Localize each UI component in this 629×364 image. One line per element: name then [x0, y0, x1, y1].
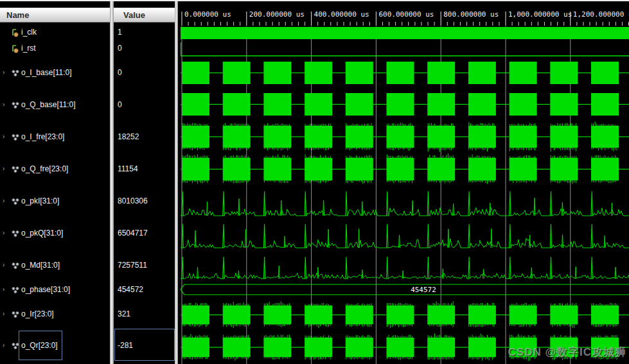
wave-o_I_fre[interactable]	[181, 122, 629, 152]
expand-chevron-icon[interactable]: ›	[3, 338, 10, 352]
panel-wave-splitter[interactable]	[175, 0, 178, 364]
signal-value-o_I_base-11-0-[interactable]: 0	[114, 65, 175, 80]
signal-value-o_pkI-31-0-[interactable]: 8010306	[114, 194, 175, 208]
signal-value-o_Md-31-0-[interactable]: 7257511	[114, 258, 175, 272]
wave-o_Q_fre[interactable]	[181, 153, 629, 184]
time-tick-label: 1,200.000000 us	[573, 10, 629, 19]
selected-name-outline	[19, 331, 62, 360]
signal-value-o_Ir-23-0-[interactable]: 321	[114, 307, 175, 321]
expand-chevron-icon[interactable]: ›	[3, 282, 10, 297]
bus-signal-icon	[11, 164, 20, 173]
bus-signal-icon	[11, 285, 20, 294]
expand-chevron-icon[interactable]: ›	[3, 226, 10, 240]
time-tick-label: 1,000.000000 us	[508, 10, 572, 19]
time-tick-label: 600.000000 us	[378, 10, 434, 19]
bus-value-label: 454572	[411, 286, 436, 294]
signal-value-o_Q_fre-23-0-[interactable]: 11154	[114, 162, 175, 176]
signal-name-label: o_Q_fre[23:0]	[21, 162, 68, 176]
signal-row-o_pkQ-31-0-[interactable]: ›o_pkQ[31:0]	[0, 226, 110, 240]
signal-row-o_Md-31-0-[interactable]: ›o_Md[31:0]	[0, 258, 110, 272]
time-tick-label: 800.000000 us	[443, 10, 499, 19]
signal-row-o_I_fre-23-0-[interactable]: ›o_I_fre[23:0]	[0, 130, 110, 144]
signal-panel-header: Name Value	[0, 8, 178, 22]
signal-name-label: o_pkI[31:0]	[21, 194, 59, 208]
bus-signal-icon	[11, 196, 20, 205]
name-column-header[interactable]: Name	[6, 10, 29, 20]
signal-row-i_clk[interactable]: i_clk	[0, 25, 110, 39]
wave-i_clk[interactable]	[181, 27, 629, 39]
bus-signal-icon	[11, 261, 20, 270]
waveform-area[interactable]: 0.000000 us200.000000 us400.000000 us600…	[181, 0, 629, 364]
name-value-column-splitter[interactable]	[110, 0, 114, 364]
wave-o_I_base[interactable]	[181, 62, 629, 84]
signal-name-label: i_rst	[21, 41, 36, 55]
signal-name-label: o_Ir[23:0]	[21, 307, 54, 321]
signal-name-label: o_pkQ[31:0]	[21, 226, 63, 240]
time-tick-label: 200.000000 us	[249, 10, 305, 19]
expand-chevron-icon[interactable]: ›	[3, 258, 10, 272]
value-column-header[interactable]: Value	[123, 10, 145, 20]
signal-name-label: o_I_base[11:0]	[21, 65, 72, 80]
bus-signal-icon	[11, 132, 20, 141]
bit-signal-icon	[11, 44, 20, 53]
expand-chevron-icon[interactable]: ›	[3, 130, 10, 144]
signal-row-o_Q_base-11-0-[interactable]: ›o_Q_base[11:0]	[0, 98, 110, 112]
signal-name-label: o_Q_base[11:0]	[21, 98, 76, 112]
signal-name-label: i_clk	[21, 25, 37, 39]
expand-chevron-icon[interactable]: ›	[3, 194, 10, 208]
waveform-viewer-window: Name Value i_clki_rst›o_I_base[11:0]›o_Q…	[0, 0, 629, 364]
expand-chevron-icon[interactable]: ›	[3, 307, 10, 321]
csdn-watermark: CSDN @数字IC攻城狮	[508, 345, 626, 360]
bus-signal-icon	[11, 68, 20, 77]
time-tick-label: 0.000000 us	[184, 10, 231, 19]
expand-chevron-icon[interactable]: ›	[3, 162, 10, 176]
signal-value-o_I_fre-23-0-[interactable]: 18252	[114, 130, 175, 144]
signal-name-label: o_Md[31:0]	[21, 258, 60, 272]
signal-name-label: o_I_fre[23:0]	[21, 130, 64, 144]
signal-row-o_I_base-11-0-[interactable]: ›o_I_base[11:0]	[0, 65, 110, 80]
selected-value-outline	[114, 329, 175, 361]
signal-row-o_Q_fre-23-0-[interactable]: ›o_Q_fre[23:0]	[0, 162, 110, 176]
bus-signal-icon	[11, 309, 20, 318]
waveform-canvas[interactable]: 0.000000 us200.000000 us400.000000 us600…	[181, 0, 629, 364]
signal-value-o_phase-31-0-[interactable]: 454572	[114, 282, 175, 297]
time-tick-label: 400.000000 us	[314, 10, 369, 19]
signal-value-o_Q_base-11-0-[interactable]: 0	[114, 98, 175, 112]
signal-value-i_rst[interactable]: 0	[114, 41, 175, 55]
expand-chevron-icon[interactable]: ›	[3, 65, 10, 80]
signal-row-o_phase-31-0-[interactable]: ›o_phase[31:0]	[0, 282, 110, 297]
expand-chevron-icon[interactable]: ›	[3, 98, 10, 112]
signal-row-o_pkI-31-0-[interactable]: ›o_pkI[31:0]	[0, 194, 110, 208]
bus-signal-icon	[11, 229, 20, 238]
signal-value-o_pkQ-31-0-[interactable]: 6504717	[114, 226, 175, 240]
signal-name-label: o_phase[31:0]	[21, 282, 70, 297]
signal-row-o_Ir-23-0-[interactable]: ›o_Ir[23:0]	[0, 307, 110, 321]
bit-signal-icon	[11, 28, 20, 37]
window-top-edge	[0, 0, 629, 1]
wave-o_Q_base[interactable]	[181, 93, 629, 116]
signal-row-i_rst[interactable]: i_rst	[0, 41, 110, 55]
signal-value-i_clk[interactable]: 1	[114, 25, 175, 39]
bus-signal-icon	[11, 100, 20, 109]
